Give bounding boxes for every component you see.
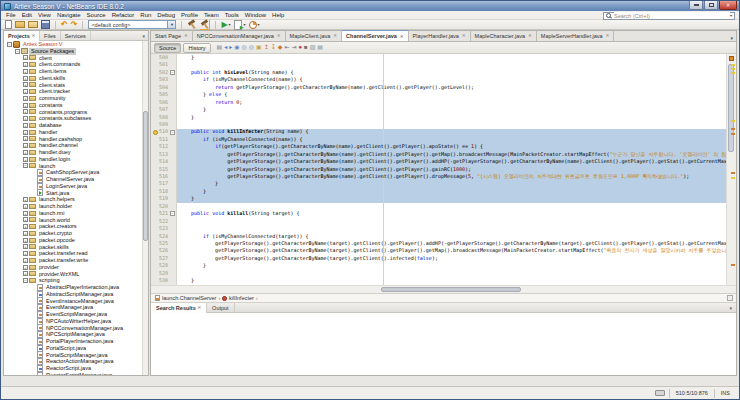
uncomment-icon[interactable]: ▤ (317, 44, 323, 51)
tab-mapleserverhandler-java[interactable]: MapleServerHandler.java✕ (537, 30, 615, 41)
source-view-button[interactable]: Source (154, 43, 181, 53)
expander-icon[interactable]: + (23, 231, 28, 236)
editor-scrollbar[interactable] (726, 54, 736, 285)
line-number[interactable]: 518 (151, 188, 176, 195)
code-line[interactable]: if (isMyChannelConnected(target)) { (179, 233, 726, 240)
line-number[interactable]: 514 (151, 158, 176, 165)
shift-right-icon[interactable]: ⇥ (291, 44, 296, 51)
code-line[interactable]: getPlayerStorage().getCharacterByName(ta… (179, 247, 726, 254)
code-line[interactable]: if (isMyChannelConnected(name)) { (179, 136, 726, 143)
line-number[interactable]: 500 (151, 54, 176, 61)
line-number[interactable]: 525 (151, 240, 176, 247)
toggle-highlight-icon[interactable]: ▣ (256, 44, 262, 51)
tree-item[interactable]: +client.tracker (4, 88, 142, 95)
code-line[interactable]: } (179, 262, 726, 269)
build-project-button[interactable] (187, 20, 197, 30)
code-line[interactable]: return 0; (179, 99, 726, 106)
tree-item[interactable]: +packet.crypto (4, 230, 142, 237)
line-number[interactable]: 512 (151, 143, 176, 150)
line-number[interactable]: 501 (151, 61, 176, 68)
expander-icon[interactable]: + (23, 238, 28, 243)
undo-button[interactable]: ↶ (61, 21, 68, 29)
tree-item[interactable]: +handler.login (4, 156, 142, 163)
code-line[interactable]: } (179, 277, 726, 284)
search-dropdown-icon[interactable]: ▾ (730, 13, 732, 18)
tree-item[interactable]: ReactorActionManager.java (4, 358, 142, 365)
error-mark-icon[interactable] (731, 128, 735, 130)
tab-npcconversationmanager-java[interactable]: NPCConversationManager.java✕ (193, 30, 286, 41)
close-icon[interactable]: ✕ (333, 33, 337, 38)
menu-view[interactable]: View (35, 12, 54, 18)
tree-item[interactable]: +database (4, 122, 142, 129)
history-view-button[interactable]: History (183, 43, 210, 53)
line-number[interactable]: 506 (151, 99, 176, 106)
close-button[interactable]: ✕ (719, 1, 737, 10)
close-icon[interactable]: ✕ (606, 33, 610, 38)
back-icon[interactable]: ◂ (224, 44, 227, 51)
line-number[interactable]: 511 (151, 136, 176, 143)
fold-collapse-icon[interactable]: − (170, 130, 175, 135)
menu-profile[interactable]: Profile (178, 12, 201, 18)
tree-item[interactable]: −scripting (4, 277, 142, 284)
tree-item[interactable]: AbstractPlayerInteraction.java (4, 284, 142, 291)
tree-item[interactable]: ReactorScriptManager.java (4, 372, 142, 375)
expander-icon[interactable]: + (23, 69, 28, 74)
code-line[interactable]: getPlayerStorage().getCharacterByName(ta… (179, 255, 726, 262)
error-mark-icon[interactable] (731, 172, 735, 174)
chevron-down-icon[interactable]: ▾ (244, 22, 246, 27)
expander-icon[interactable]: + (23, 82, 28, 87)
expander-icon[interactable]: + (23, 62, 28, 67)
redo-button[interactable]: ↷ (71, 21, 78, 29)
warning-mark-icon[interactable] (731, 64, 735, 66)
tree-item[interactable]: NPCScriptManager.java (4, 331, 142, 338)
expander-icon[interactable]: + (23, 96, 28, 101)
collapse-panel-icon[interactable]: ▾ (729, 305, 736, 311)
menu-edit[interactable]: Edit (19, 12, 35, 18)
menu-refactor[interactable]: Refactor (109, 12, 138, 18)
collapse-panel-icon[interactable]: ▾ (142, 33, 148, 39)
error-mark-icon[interactable] (731, 133, 735, 135)
line-number[interactable]: 505 (151, 91, 176, 98)
line-number[interactable]: 508 (151, 114, 176, 121)
comment-icon[interactable]: ▥ (310, 44, 316, 51)
tree-item[interactable]: +packet.opcode (4, 237, 142, 244)
expander-icon[interactable]: + (23, 217, 28, 222)
line-number[interactable]: 520 (151, 203, 176, 210)
line-number[interactable]: 519 (151, 195, 176, 202)
code-line[interactable]: getPlayerStorage().getCharacterByName(ta… (179, 240, 726, 247)
tree-item[interactable]: +constants.programs (4, 109, 142, 116)
expander-icon[interactable]: + (23, 123, 28, 128)
expander-icon[interactable]: + (23, 89, 28, 94)
expander-icon[interactable]: + (23, 157, 28, 162)
tree-item[interactable]: Start.java (4, 190, 142, 197)
projects-scrollbar[interactable] (142, 41, 148, 375)
menu-file[interactable]: File (3, 12, 19, 18)
tree-item[interactable]: +provider.WzXML (4, 271, 142, 278)
expander-icon[interactable]: − (23, 278, 28, 283)
line-number[interactable]: 516 (151, 173, 176, 180)
tree-item[interactable]: +packet.creators (4, 223, 142, 230)
expander-icon[interactable]: + (23, 265, 28, 270)
tab-maplecharacter-java[interactable]: MapleCharacter.java✕ (471, 30, 537, 41)
tree-item[interactable]: +client (4, 55, 142, 62)
expander-icon[interactable]: + (23, 109, 28, 114)
tree-item[interactable]: +packet.skills (4, 244, 142, 251)
tree-item[interactable]: EventScriptManager.java (4, 311, 142, 318)
line-number[interactable]: 529 (151, 270, 176, 277)
tree-item[interactable]: NPCAutoWriterHelper.java (4, 318, 142, 325)
line-number[interactable]: 504 (151, 84, 176, 91)
expander-icon[interactable]: + (23, 271, 28, 276)
warning-mark-icon[interactable] (731, 68, 735, 70)
tree-item[interactable]: +client.items (4, 68, 142, 75)
tab-search-results[interactable]: Search Results✕ (151, 303, 207, 313)
tree-item[interactable]: −Artiex Season V (4, 41, 142, 48)
run-project-button[interactable]: ▶▾ (221, 21, 230, 29)
warning-mark-icon[interactable] (731, 177, 735, 179)
code-editor[interactable]: 5005015025035045055065075085095105115125… (151, 54, 736, 285)
expander-icon[interactable]: + (23, 258, 28, 263)
tab-mapleclient-java[interactable]: MapleClient.java✕ (286, 30, 342, 41)
menu-source[interactable]: Source (84, 12, 109, 18)
tree-item[interactable]: +handler.cashshop (4, 136, 142, 143)
code-line[interactable]: if(getPlayerStorage().getCharacterByName… (179, 143, 726, 150)
tree-item[interactable]: EventManager.java (4, 304, 142, 311)
